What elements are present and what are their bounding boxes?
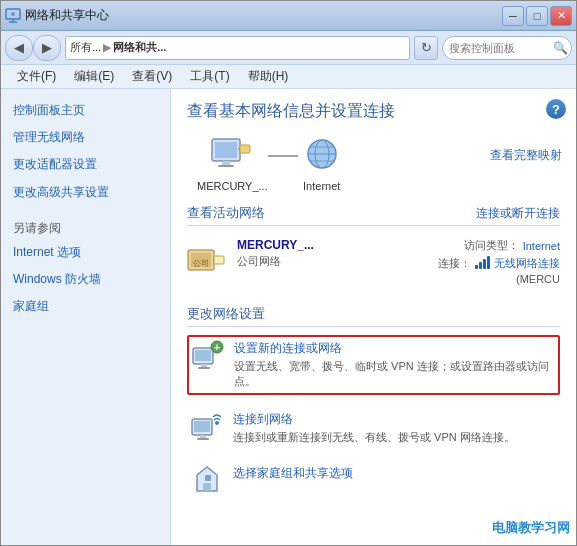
- sidebar: 控制面板主页 管理无线网络 更改适配器设置 更改高级共享设置 另请参阅 Inte…: [1, 89, 171, 545]
- access-type-label: 访问类型：: [464, 238, 519, 253]
- connection-icon: [475, 255, 490, 271]
- title-bar-left: 网络和共享中心: [5, 7, 109, 24]
- address-input-wrap[interactable]: 所有... ▶ 网络和共...: [65, 36, 410, 60]
- sidebar-item-wireless[interactable]: 管理无线网络: [1, 124, 170, 151]
- svg-rect-7: [218, 165, 234, 167]
- sidebar-main-links: 控制面板主页 管理无线网络 更改适配器设置 更改高级共享设置: [1, 97, 170, 206]
- net-label-computer: MERCURY_...: [197, 180, 268, 192]
- search-wrap: 🔍: [442, 36, 572, 60]
- help-icon[interactable]: ?: [546, 99, 566, 119]
- main-area: 控制面板主页 管理无线网络 更改适配器设置 更改高级共享设置 另请参阅 Inte…: [1, 89, 576, 545]
- access-type-row: 访问类型： Internet: [464, 238, 560, 253]
- back-button[interactable]: ◀: [5, 35, 33, 61]
- svg-point-3: [11, 12, 15, 16]
- svg-rect-31: [203, 483, 211, 491]
- svg-rect-29: [197, 438, 209, 440]
- homegroup-icon: [191, 465, 223, 495]
- menu-file[interactable]: 文件(F): [9, 66, 64, 87]
- connection-row: 连接： 无线网络连接: [438, 255, 560, 271]
- connect-disconnect-link[interactable]: 连接或断开连接: [476, 205, 560, 222]
- sidebar-item-firewall[interactable]: Windows 防火墙: [1, 266, 170, 293]
- net-item-computer: MERCURY_...: [197, 136, 268, 192]
- active-network-icon: 公司: [187, 238, 227, 276]
- sidebar-item-internet-options[interactable]: Internet 选项: [1, 239, 170, 266]
- sidebar-item-sharing[interactable]: 更改高级共享设置: [1, 179, 170, 206]
- change-network-title: 更改网络设置: [187, 305, 265, 323]
- svg-text:公司: 公司: [193, 259, 209, 268]
- option-connect-network-text: 连接到网络 连接到或重新连接到无线、有线、拨号或 VPN 网络连接。: [233, 411, 515, 445]
- main-window: 网络和共享中心 ─ □ ✕ ◀ ▶ 所有... ▶ 网络和共... ↻ 🔍 文件…: [0, 0, 577, 546]
- title-bar: 网络和共享中心 ─ □ ✕: [1, 1, 576, 31]
- forward-button[interactable]: ▶: [33, 35, 61, 61]
- access-type-value[interactable]: Internet: [523, 240, 560, 252]
- option-new-connection-title[interactable]: 设置新的连接或网络: [234, 340, 555, 357]
- active-network-header: 查看活动网络 连接或断开连接: [187, 204, 560, 226]
- connect-network-icon: [191, 411, 223, 441]
- address-part2: 网络和共...: [113, 40, 166, 55]
- wifi-bars-icon: [475, 255, 490, 269]
- address-part1: 所有...: [70, 40, 101, 55]
- sidebar-also-see-title: 另请参阅: [1, 214, 170, 239]
- net-item-internet: Internet: [298, 136, 346, 192]
- window-icon: [5, 8, 21, 24]
- globe-icon: [298, 136, 346, 176]
- address-breadcrumb: 所有... ▶ 网络和共...: [70, 40, 166, 55]
- svg-text:+: +: [214, 342, 220, 353]
- close-button[interactable]: ✕: [550, 6, 572, 26]
- svg-rect-32: [205, 475, 211, 481]
- nav-buttons: ◀ ▶: [5, 35, 61, 61]
- change-network-header: 更改网络设置: [187, 305, 560, 327]
- network-info: MERCURY_... 公司网络: [237, 238, 410, 271]
- option-connect-network-title[interactable]: 连接到网络: [233, 411, 515, 428]
- net-line-1: [268, 155, 298, 157]
- wifi-bar-2: [479, 262, 482, 269]
- option-homegroup-title[interactable]: 选择家庭组和共享选项: [233, 465, 353, 482]
- active-network-box: 公司 MERCURY_... 公司网络 访问类型： Internet 连接：: [187, 234, 560, 291]
- window-title: 网络和共享中心: [25, 7, 109, 24]
- sidebar-item-adapter[interactable]: 更改适配器设置: [1, 151, 170, 178]
- sidebar-also-see: 另请参阅 Internet 选项 Windows 防火墙 家庭组: [1, 214, 170, 321]
- network-name: MERCURY_...: [237, 238, 410, 252]
- svg-rect-5: [215, 142, 237, 158]
- option-new-connection-text: 设置新的连接或网络 设置无线、宽带、拨号、临时或 VPN 连接；或设置路由器或访…: [234, 340, 555, 390]
- option-new-connection: + 设置新的连接或网络 设置无线、宽带、拨号、临时或 VPN 连接；或设置路由器…: [187, 335, 560, 395]
- address-bar: ◀ ▶ 所有... ▶ 网络和共... ↻ 🔍: [1, 31, 576, 65]
- connection-value[interactable]: 无线网络连接: [494, 256, 560, 271]
- content-area: ? 查看基本网络信息并设置连接: [171, 89, 576, 545]
- svg-point-30: [215, 421, 219, 425]
- option-new-connection-desc: 设置无线、宽带、拨号、临时或 VPN 连接；或设置路由器或访问点。: [234, 359, 555, 390]
- connection-sub-row: (MERCU: [516, 273, 560, 285]
- svg-rect-8: [240, 145, 250, 153]
- change-network-section: 更改网络设置 + 设置新: [187, 305, 560, 499]
- option-homegroup: 选择家庭组和共享选项: [187, 461, 560, 499]
- svg-rect-28: [200, 435, 206, 438]
- minimize-button[interactable]: ─: [502, 6, 524, 26]
- full-map-link[interactable]: 查看完整映射: [490, 147, 562, 164]
- refresh-button[interactable]: ↻: [414, 36, 438, 60]
- menu-tools[interactable]: 工具(T): [182, 66, 237, 87]
- sidebar-item-home[interactable]: 控制面板主页: [1, 97, 170, 124]
- menu-view[interactable]: 查看(V): [124, 66, 180, 87]
- svg-rect-22: [201, 364, 207, 367]
- wifi-bar-3: [483, 259, 486, 269]
- new-connection-icon: +: [192, 340, 224, 370]
- maximize-button[interactable]: □: [526, 6, 548, 26]
- sidebar-item-homegroup[interactable]: 家庭组: [1, 293, 170, 320]
- connection-sub: (MERCU: [516, 273, 560, 285]
- computer-icon: [208, 136, 256, 176]
- watermark: 电脑教学习网: [492, 519, 570, 537]
- title-buttons: ─ □ ✕: [502, 6, 572, 26]
- svg-rect-23: [198, 367, 210, 369]
- menu-help[interactable]: 帮助(H): [240, 66, 297, 87]
- wifi-bar-1: [475, 265, 478, 269]
- address-sep1: ▶: [103, 41, 111, 54]
- option-connect-network-desc: 连接到或重新连接到无线、有线、拨号或 VPN 网络连接。: [233, 430, 515, 445]
- svg-rect-18: [214, 256, 224, 264]
- search-icon[interactable]: 🔍: [553, 40, 568, 56]
- network-type: 公司网络: [237, 254, 410, 269]
- menu-bar: 文件(F) 编辑(E) 查看(V) 工具(T) 帮助(H): [1, 65, 576, 89]
- search-input[interactable]: [449, 42, 549, 54]
- svg-rect-21: [195, 350, 211, 361]
- option-homegroup-text: 选择家庭组和共享选项: [233, 465, 353, 484]
- menu-edit[interactable]: 编辑(E): [66, 66, 122, 87]
